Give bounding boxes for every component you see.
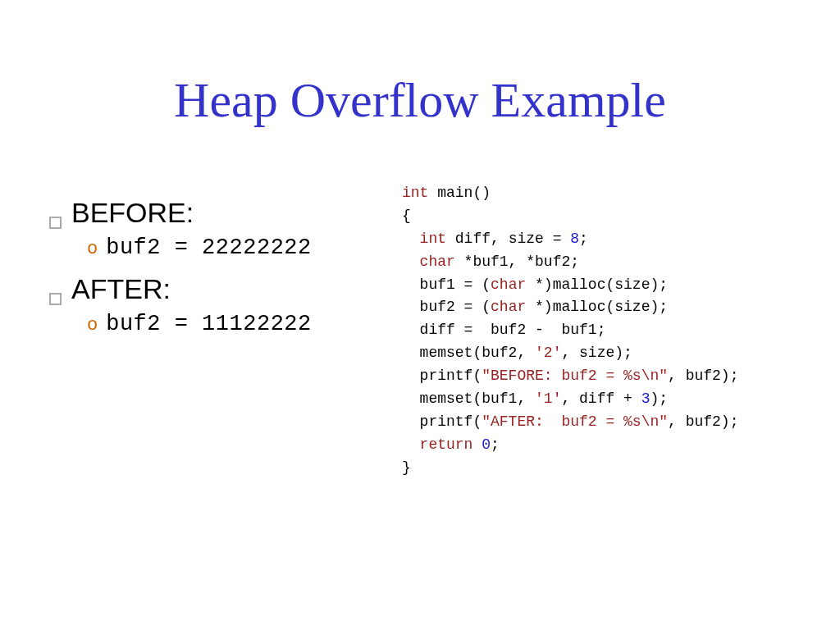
code-token: '2' [535,345,561,361]
code-token: *)malloc(size); [526,276,668,293]
bullet-after: AFTER: [49,273,386,305]
code-token: int [402,231,446,247]
slide-title: Heap Overflow Example [0,72,840,129]
square-bullet-icon [49,217,62,229]
code-token: 0 [482,436,491,453]
code-token: memset(buf1, [402,390,535,407]
code-token: int [402,185,428,201]
code-token: *)malloc(size); [526,299,668,315]
code-token: char [491,276,526,293]
code-token: } [402,459,411,476]
bullet-label: BEFORE: [71,197,194,229]
code-token: memset(buf2, [402,345,535,361]
code-token: , size); [561,345,632,361]
code-token: ; [491,436,500,453]
code-token: , diff + [561,390,641,407]
code-token: ; [579,231,588,247]
code-token: ); [650,390,668,407]
code-token: buf2 = ( [402,299,491,315]
circle-bullet-icon: o [87,239,98,259]
code-token: , buf2); [668,368,738,384]
sub-bullet-after: o buf2 = 11122222 [87,312,386,336]
code-token: "AFTER: buf2 = %s\n" [482,413,668,430]
code-token: buf1 = ( [402,276,491,293]
bullet-before: BEFORE: [49,197,386,229]
code-token: "BEFORE: buf2 = %s\n" [482,368,668,384]
slide: Heap Overflow Example BEFORE: o buf2 = 2… [0,0,840,630]
code-token: printf( [402,368,482,384]
code-token: diff = buf2 - buf1; [402,322,605,338]
code-token: char [402,253,455,270]
code-token: return [402,436,482,453]
code-token: main() [428,185,491,201]
code-token: 3 [641,390,651,407]
code-block: int main() { int diff, size = 8; char *b… [402,182,738,480]
sub-bullet-before: o buf2 = 22222222 [87,235,386,260]
square-bullet-icon [49,293,62,305]
code-token: diff, size = [446,231,570,247]
code-token: *buf1, *buf2; [455,253,579,270]
code-token: '1' [535,390,561,407]
code-token: { [402,208,411,224]
bullet-label: AFTER: [71,273,171,305]
circle-bullet-icon: o [87,315,98,336]
code-token: 8 [570,231,579,247]
sub-text: buf2 = 22222222 [106,235,312,260]
code-token: printf( [402,413,482,430]
sub-text: buf2 = 11122222 [106,312,312,336]
code-token: , buf2); [668,413,738,430]
code-token: char [491,299,526,315]
bullet-list: BEFORE: o buf2 = 22222222 AFTER: o buf2 … [49,197,386,349]
